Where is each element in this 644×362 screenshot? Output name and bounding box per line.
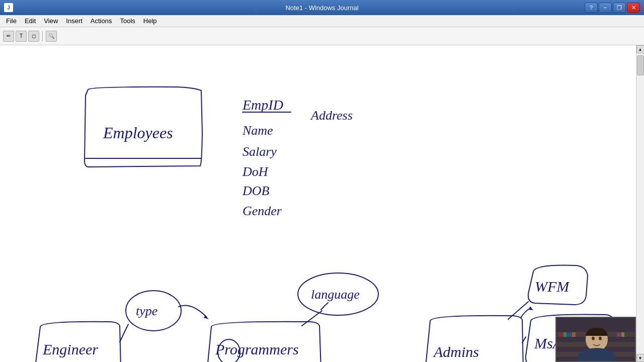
svg-rect-40	[617, 333, 621, 337]
svg-text:Name: Name	[242, 123, 273, 138]
toolbar-btn-4[interactable]: 🔍	[46, 31, 57, 42]
toolbar-btn-3[interactable]: ◻	[28, 31, 39, 42]
titlebar-left: J	[4, 3, 13, 12]
vertical-scrollbar[interactable]: ▲ ▼	[636, 45, 644, 362]
minimize-button[interactable]: −	[599, 3, 612, 13]
svg-rect-36	[559, 333, 563, 337]
svg-text:Engineer: Engineer	[42, 341, 98, 357]
menu-tools[interactable]: Tools	[116, 16, 139, 26]
close-button[interactable]: ✕	[627, 3, 640, 13]
titlebar: J Note1 - Windows Journal ? − ❐ ✕	[0, 0, 644, 15]
menu-view[interactable]: View	[40, 16, 62, 26]
svg-point-44	[592, 337, 595, 340]
scroll-thumb[interactable]	[637, 55, 644, 75]
svg-text:Employees: Employees	[103, 124, 173, 142]
svg-text:language: language	[311, 287, 360, 302]
toolbar: ✏ T ◻ 🔍	[0, 27, 644, 45]
svg-text:EmpID: EmpID	[242, 97, 283, 113]
svg-text:Programmers: Programmers	[215, 341, 299, 357]
svg-text:type: type	[136, 304, 157, 318]
restore-button[interactable]: ❐	[613, 3, 626, 13]
svg-marker-31	[529, 306, 533, 310]
svg-rect-37	[564, 332, 567, 337]
webcam-content	[556, 318, 635, 361]
app-icon: J	[4, 3, 13, 12]
svg-text:DoH: DoH	[242, 164, 269, 179]
window-controls: ? − ❐ ✕	[585, 3, 640, 13]
svg-rect-41	[621, 332, 624, 337]
svg-text:Salary: Salary	[243, 144, 277, 159]
svg-text:DOB: DOB	[242, 184, 270, 198]
menu-actions[interactable]: Actions	[87, 16, 116, 26]
webcam-overlay	[555, 317, 636, 362]
drawing-canvas[interactable]: .ink { stroke: #1a1a6e; fill: none; stro…	[0, 45, 636, 362]
svg-text:Admins: Admins	[433, 343, 479, 360]
window-title: Note1 - Windows Journal	[285, 4, 358, 12]
menu-file[interactable]: File	[2, 16, 21, 26]
svg-text:WFM: WFM	[535, 278, 570, 295]
scroll-down-arrow[interactable]: ▼	[636, 354, 645, 362]
svg-rect-38	[567, 333, 572, 337]
toolbar-divider	[42, 31, 43, 41]
drawing-svg: .ink { stroke: #1a1a6e; fill: none; stro…	[0, 45, 636, 362]
svg-text:Address: Address	[310, 108, 353, 123]
svg-marker-16	[204, 315, 209, 319]
help-button[interactable]: ?	[585, 3, 598, 13]
svg-text:Gender: Gender	[243, 204, 282, 218]
main-area: .ink { stroke: #1a1a6e; fill: none; stro…	[0, 45, 644, 362]
menubar: File Edit View Insert Actions Tools Help	[0, 15, 644, 27]
svg-point-45	[599, 337, 602, 340]
menu-help[interactable]: Help	[139, 16, 161, 26]
svg-line-15	[120, 324, 128, 342]
toolbar-btn-1[interactable]: ✏	[3, 31, 14, 42]
menu-edit[interactable]: Edit	[21, 16, 40, 26]
toolbar-btn-2[interactable]: T	[16, 31, 27, 42]
svg-line-23	[302, 311, 322, 326]
svg-rect-39	[572, 332, 576, 337]
scroll-up-arrow[interactable]: ▲	[636, 45, 645, 53]
menu-insert[interactable]: Insert	[62, 16, 87, 26]
